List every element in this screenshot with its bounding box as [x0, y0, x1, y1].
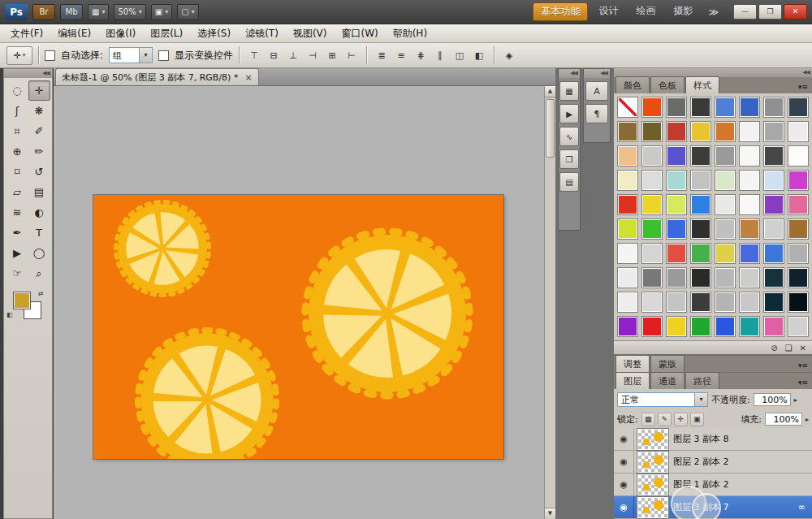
menu-item[interactable]: 文件(F) [3, 24, 50, 43]
align-horizontal-centers[interactable]: ⊞ [323, 47, 341, 64]
style-swatch[interactable] [739, 145, 760, 167]
layer-row[interactable]: ◉ 图层 1 副本 2 [614, 474, 812, 496]
style-swatch[interactable] [641, 194, 663, 215]
style-swatch[interactable] [739, 243, 760, 264]
panel-tab[interactable]: 路径 [685, 372, 719, 389]
layer-thumbnail[interactable] [637, 497, 668, 518]
style-swatch[interactable] [763, 121, 784, 142]
style-swatch[interactable] [666, 316, 687, 337]
panel-menu-icon[interactable]: ▾≡ [798, 83, 812, 93]
style-swatch[interactable] [617, 121, 638, 142]
layer-row[interactable]: ◉ 图层 3 副本 8 [614, 428, 812, 451]
auto-select-checkbox[interactable] [45, 50, 55, 61]
align-top-edges[interactable]: ⊤ [245, 47, 263, 64]
brush-tool[interactable]: ✏ [28, 141, 50, 162]
style-swatch[interactable] [715, 170, 736, 191]
quick-selection-tool[interactable]: ❋ [28, 101, 50, 121]
fill-slider-arrow-icon[interactable]: ▸ [806, 416, 809, 423]
workspace-button[interactable]: 设计 [591, 2, 625, 21]
distribute-top-edges[interactable]: ≣ [373, 47, 391, 64]
current-tool-preset-button[interactable]: ✛ ▾ [6, 46, 32, 65]
minimize-button[interactable]: — [733, 4, 757, 19]
foreground-color-swatch[interactable] [14, 292, 30, 309]
style-swatch[interactable] [690, 292, 711, 313]
style-swatch[interactable] [690, 267, 711, 288]
type-tool[interactable]: T [28, 223, 50, 243]
healing-brush-tool[interactable]: ⊕ [6, 141, 28, 162]
delete-style-icon[interactable]: ✕ [800, 344, 806, 352]
panel-tab[interactable]: 样式 [685, 76, 719, 93]
layer-visibility-toggle[interactable]: ◉ [614, 474, 634, 495]
eraser-tool[interactable]: ▱ [6, 182, 28, 202]
collapse-panel-grip[interactable]: ◀◀ [4, 69, 52, 78]
document-tab[interactable]: 未标题-1 @ 50% (图层 3 副本 7, RGB/8) * × [55, 68, 259, 85]
menu-item[interactable]: 编辑(E) [50, 24, 98, 43]
lock-all-icon[interactable]: ▣ [690, 413, 704, 426]
style-swatch[interactable] [788, 145, 809, 167]
style-swatch[interactable] [641, 243, 663, 264]
style-swatch[interactable] [715, 121, 736, 142]
align-vertical-centers[interactable]: ⊟ [265, 47, 283, 64]
style-swatch[interactable] [763, 316, 784, 337]
align-right-edges[interactable]: ⊢ [343, 47, 361, 64]
style-swatch[interactable] [690, 243, 711, 264]
auto-select-group-dropdown[interactable]: 组 ▾ [109, 47, 153, 63]
workspace-button[interactable]: 基本功能 [533, 2, 588, 21]
actions-panel-icon[interactable]: ▶ [559, 104, 579, 123]
style-swatch[interactable] [641, 316, 663, 337]
layer-row[interactable]: ◉ 图层 2 副本 2 [614, 451, 812, 474]
collapse-panel-grip[interactable]: ◀◀ [559, 69, 580, 78]
style-swatch[interactable] [788, 267, 809, 288]
style-swatch[interactable] [715, 243, 736, 264]
style-swatch[interactable] [641, 97, 663, 118]
eyedropper-tool[interactable]: ✐ [28, 121, 50, 141]
style-swatch[interactable] [617, 292, 638, 313]
menu-item[interactable]: 图层(L) [143, 24, 190, 43]
layer-thumbnail[interactable] [637, 474, 668, 495]
swap-colors-icon[interactable]: ⇄ [38, 290, 44, 297]
scroll-down-button[interactable]: ▼ [545, 508, 555, 519]
style-swatch[interactable] [763, 170, 784, 191]
style-swatch[interactable] [763, 267, 784, 288]
style-swatch[interactable] [666, 170, 687, 191]
workspace-overflow-button[interactable]: ≫ [705, 6, 722, 18]
style-swatch[interactable] [715, 218, 736, 240]
path-selection-tool[interactable]: ▶ [6, 243, 28, 263]
lock-transparent-pixels-icon[interactable]: ▦ [641, 413, 655, 426]
show-transform-controls-checkbox[interactable] [158, 50, 169, 61]
panel-tab[interactable]: 通道 [650, 372, 685, 389]
close-button[interactable]: ✕ [784, 4, 807, 19]
panel-tab[interactable]: 蒙版 [650, 355, 685, 372]
new-style-icon[interactable]: ❏ [785, 344, 793, 352]
style-swatch[interactable] [788, 292, 809, 313]
close-document-icon[interactable]: × [244, 72, 252, 83]
layer-thumbnail[interactable] [637, 429, 668, 450]
fill-input[interactable]: 100% [765, 413, 802, 426]
align-bottom-edges[interactable]: ⊥ [284, 47, 302, 64]
tool-presets-panel-icon[interactable]: ∿ [559, 127, 579, 146]
style-swatch[interactable] [788, 316, 809, 337]
crop-tool[interactable]: ⌗ [6, 121, 28, 141]
restore-button[interactable]: ❐ [758, 4, 782, 19]
elliptical-marquee-tool[interactable]: ◌ [6, 80, 28, 101]
bridge-button[interactable]: Br [32, 4, 55, 20]
style-swatch[interactable] [617, 267, 638, 288]
panel-menu-icon[interactable]: ▾≡ [798, 378, 812, 389]
style-swatch[interactable] [739, 316, 760, 337]
style-swatch[interactable] [666, 218, 687, 240]
style-swatch[interactable] [641, 292, 663, 313]
style-swatch[interactable] [739, 194, 760, 215]
style-swatch[interactable] [690, 316, 711, 337]
style-swatch[interactable] [666, 145, 687, 167]
opacity-slider-arrow-icon[interactable]: ▸ [794, 396, 797, 404]
blend-mode-dropdown[interactable]: 正常 ▾ [617, 392, 708, 407]
style-swatch[interactable] [641, 170, 663, 191]
style-swatch[interactable] [763, 97, 784, 118]
layer-comps-panel-icon[interactable]: ▤ [559, 172, 579, 192]
layer-visibility-toggle[interactable]: ◉ [614, 496, 634, 518]
lock-image-pixels-icon[interactable]: ✎ [658, 413, 672, 426]
style-swatch[interactable] [763, 218, 784, 240]
style-swatch[interactable] [763, 145, 784, 167]
opacity-input[interactable]: 100% [754, 393, 791, 406]
style-swatch[interactable] [617, 243, 638, 264]
